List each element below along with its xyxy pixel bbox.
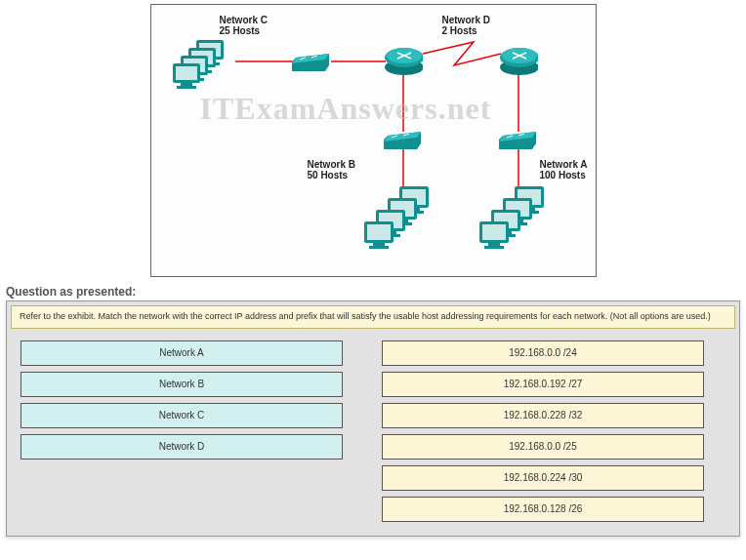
network-exhibit: Network C 25 Hosts Network D 2 Hosts Net…	[150, 4, 597, 277]
drop-network-a[interactable]: Network A	[21, 340, 343, 366]
drag-label: 192.168.0.192 /27	[504, 379, 583, 389]
label-d-hosts: 2 Hosts	[442, 25, 477, 36]
question-header: Question as presented:	[6, 285, 746, 299]
drag-label: 192.168.0.228 /32	[504, 410, 583, 420]
drag-option-3[interactable]: 192.168.0.228 /32	[382, 403, 704, 428]
svg-rect-14	[181, 83, 192, 86]
drag-label: 192.168.0.128 /26	[504, 503, 583, 514]
drag-label: 192.168.0.224 /30	[504, 472, 583, 483]
svg-rect-64	[488, 243, 500, 246]
drop-column: Network A Network B Network C Network D	[21, 340, 343, 522]
match-columns: Network A Network B Network C Network D …	[7, 333, 739, 536]
svg-rect-65	[484, 246, 504, 249]
exhibit-container: Network C 25 Hosts Network D 2 Hosts Net…	[0, 0, 746, 279]
host-group-a	[479, 186, 567, 264]
switch-a-icon	[499, 132, 540, 149]
svg-rect-13	[176, 66, 197, 80]
label-network-c: Network C 25 Hosts	[220, 15, 268, 36]
drag-option-2[interactable]: 192.168.0.192 /27	[382, 372, 704, 397]
router-2-icon	[499, 40, 538, 79]
label-b-name: Network B	[308, 159, 355, 170]
host-group-b	[364, 186, 452, 264]
drop-label: Network B	[159, 379, 204, 389]
drag-option-1[interactable]: 192.168.0.0 /24	[382, 340, 704, 366]
question-instruction: Refer to the exhibit. Match the network …	[11, 305, 735, 329]
drag-column: 192.168.0.0 /24 192.168.0.192 /27 192.16…	[382, 340, 704, 522]
label-c-hosts: 25 Hosts	[220, 25, 261, 36]
label-d-name: Network D	[442, 15, 490, 25]
drop-network-b[interactable]: Network B	[21, 372, 343, 397]
svg-rect-47	[367, 224, 391, 240]
drag-label: 192.168.0.0 /24	[509, 347, 577, 358]
drag-label: 192.168.0.0 /25	[509, 441, 577, 452]
drag-option-5[interactable]: 192.168.0.224 /30	[382, 465, 704, 491]
label-c-name: Network C	[220, 15, 268, 25]
label-b-hosts: 50 Hosts	[308, 170, 349, 180]
switch-b-icon	[384, 132, 425, 149]
drag-option-4[interactable]: 192.168.0.0 /25	[382, 434, 704, 460]
svg-rect-48	[373, 243, 385, 246]
drop-network-c[interactable]: Network C	[21, 403, 343, 428]
router-1-icon	[384, 40, 423, 79]
drag-option-6[interactable]: 192.168.0.128 /26	[382, 497, 704, 522]
switch-c-icon	[292, 54, 333, 71]
label-network-d: Network D 2 Hosts	[442, 15, 490, 36]
label-a-name: Network A	[540, 159, 588, 170]
question-body: Refer to the exhibit. Match the network …	[6, 300, 740, 537]
label-a-hosts: 100 Hosts	[540, 170, 586, 180]
drop-label: Network D	[159, 441, 205, 452]
label-network-b: Network B 50 Hosts	[308, 159, 355, 180]
host-group-c	[173, 40, 241, 99]
svg-rect-15	[177, 86, 196, 89]
drop-label: Network A	[159, 347, 204, 358]
drop-network-d[interactable]: Network D	[21, 434, 343, 460]
drop-label: Network C	[159, 410, 205, 420]
svg-rect-49	[369, 246, 389, 249]
label-network-a: Network A 100 Hosts	[540, 159, 588, 180]
svg-rect-63	[482, 224, 506, 240]
